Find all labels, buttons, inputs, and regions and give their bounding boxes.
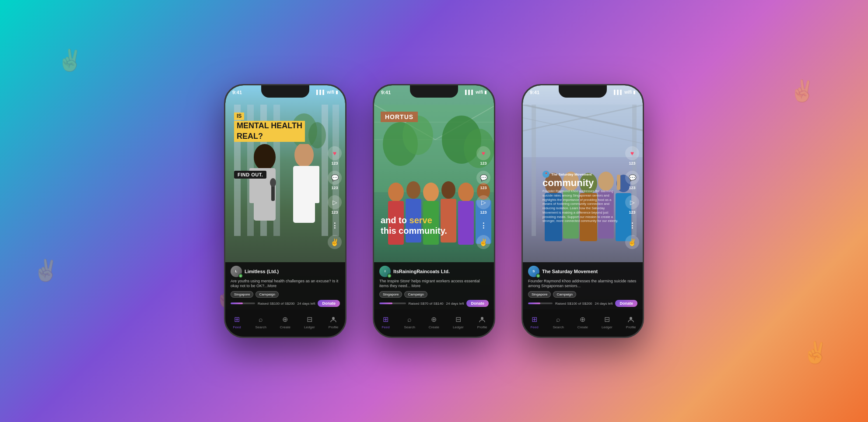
phone3-nav-create[interactable]: ⊕ Create xyxy=(578,315,588,329)
svg-point-58 xyxy=(630,317,632,320)
phone3-nav-feed-label: Feed xyxy=(530,325,538,329)
phone3-time: 9:41 xyxy=(530,90,539,95)
comment-icon: 💬 xyxy=(328,171,342,185)
phone2-org-name[interactable]: ItsRainingRaincoats Ltd. xyxy=(393,269,489,274)
phone2-share-item[interactable]: ▷ 123 xyxy=(476,195,490,215)
phone1-nav-ledger[interactable]: ⊟ Ledger xyxy=(304,315,315,329)
phone2-share-count: 123 xyxy=(480,210,486,215)
phone2-tag-1[interactable]: Singapore xyxy=(379,291,402,298)
overlay-title-line2: MENTAL HEALTH xyxy=(234,121,305,131)
phone2-nav-create-label: Create xyxy=(429,325,439,329)
phone2-donate-button[interactable]: Donate xyxy=(466,300,489,307)
phone1-org-name[interactable]: Limitless (Ltd.) xyxy=(245,269,340,274)
svg-point-8 xyxy=(254,144,276,170)
phone3-nav-feed[interactable]: ⊞ Feed xyxy=(530,315,539,329)
phone1-nav-feed[interactable]: ⊞ Feed xyxy=(232,315,242,329)
phone1-nav-search[interactable]: ⌕ Search xyxy=(256,315,266,329)
phone3-heart-count: 123 xyxy=(629,161,635,165)
phone2-progress-text: Raised S$70 of S$140 xyxy=(409,302,444,306)
phone3-comment-item[interactable]: 💬 123 xyxy=(625,171,639,190)
phone3-interaction-icons: ♥ 123 💬 123 ▷ 123 ⋮ ✌ xyxy=(625,146,639,249)
phone3-nav-ledger[interactable]: ⊟ Ledger xyxy=(602,315,612,329)
phone1-nav-profile[interactable]: Profile xyxy=(329,315,339,329)
phone2-nav-profile-label: Profile xyxy=(477,325,487,329)
phone3-create-icon: ⊕ xyxy=(578,315,588,324)
phone3-nav-search[interactable]: ⌕ Search xyxy=(553,315,564,329)
phone3-donate-button[interactable]: Donate xyxy=(615,300,637,307)
phone1-org-desc: Are youths using mental health challenge… xyxy=(231,279,340,289)
phone1-heart-item[interactable]: ♥ 123 xyxy=(328,146,342,165)
phone2-bottom-card: I + ItsRainingRaincoats Ltd. The Inspire… xyxy=(374,262,494,309)
phone2-tag-2[interactable]: Campaign xyxy=(404,291,427,298)
phone3-progress-bar xyxy=(528,302,553,304)
overlay-title-line1: IS xyxy=(234,113,244,120)
phone1-tag-1[interactable]: Singapore xyxy=(231,291,253,298)
phone3-org-avatar: S + xyxy=(528,266,539,277)
phone2-comment-count: 123 xyxy=(480,186,486,190)
phone3-status-icons: ▌▌▌ wifi ▮ xyxy=(614,90,636,95)
phone3-notch xyxy=(559,85,607,98)
profile-icon xyxy=(329,315,338,324)
phone1-overlay-title: IS MENTAL HEALTH REAL? xyxy=(234,112,305,142)
wifi-icon: wifi xyxy=(327,90,334,95)
phone2-org-row: I + ItsRainingRaincoats Ltd. xyxy=(379,266,489,277)
wifi-icon-2: wifi xyxy=(476,90,483,95)
phone1-days-left: 24 days left xyxy=(298,302,315,306)
phone2-nav-ledger[interactable]: ⊟ Ledger xyxy=(453,315,464,329)
phone-2: 9:41 ▌▌▌ wifi ▮ HORTUS and to serve this… xyxy=(373,84,495,338)
phone3-share-item[interactable]: ▷ 123 xyxy=(625,195,639,215)
phone3-bottom-nav: ⊞ Feed ⌕ Search ⊕ Create ⊟ Ledger xyxy=(523,309,643,337)
phone2-more-icon[interactable]: ⋮ xyxy=(480,222,487,230)
phone2-share-icon: ▷ xyxy=(476,195,490,209)
phone1-donate-button[interactable]: Donate xyxy=(318,300,340,307)
phone2-org-avatar: I + xyxy=(379,266,391,277)
phone2-nav-create[interactable]: ⊕ Create xyxy=(429,315,439,329)
phone-3: 9:41 ▌▌▌ wifi ▮ 📍 The Saturday Movement … xyxy=(522,84,644,338)
peace-sign-top-left: ✌ xyxy=(57,48,83,73)
phone1-more-icon[interactable]: ⋮ xyxy=(331,222,338,230)
phone3-org-name[interactable]: The Saturday Movement xyxy=(542,269,637,274)
phone3-share-count: 123 xyxy=(629,210,635,215)
phone3-peace-item: ✌ xyxy=(625,235,639,249)
phone1-bottom-nav: ⊞ Feed ⌕ Search ⊕ Create ⊟ Ledger xyxy=(225,309,345,337)
phone3-nav-profile[interactable]: Profile xyxy=(626,315,636,329)
phone1-bottom-card: L + Limitless (Ltd.) Are youths using me… xyxy=(225,262,345,309)
phone3-peace-icon: ✌ xyxy=(625,235,639,249)
phone1-nav-create[interactable]: ⊕ Create xyxy=(280,315,290,329)
phone3-ledger-icon: ⊟ xyxy=(602,315,612,324)
phone2-search-icon: ⌕ xyxy=(405,315,414,324)
peace-sign-bottom-right: ✌ xyxy=(802,341,829,365)
phone2-nav-ledger-label: Ledger xyxy=(453,325,464,329)
phone1-tag-2[interactable]: Campaign xyxy=(256,291,278,298)
svg-rect-45 xyxy=(532,105,536,236)
svg-point-30 xyxy=(458,183,474,202)
phone1-status-icons: ▌▌▌ wifi ▮ xyxy=(316,90,338,95)
phone2-heart-item[interactable]: ♥ 123 xyxy=(476,146,490,165)
phone2-interaction-icons: ♥ 123 💬 123 ▷ 123 ⋮ ✌ xyxy=(476,146,490,249)
phone3-nav-create-label: Create xyxy=(578,325,588,329)
phone2-nav-profile[interactable]: Profile xyxy=(477,315,487,329)
phone2-heart-count: 123 xyxy=(480,161,486,165)
phone1-comment-item[interactable]: 💬 123 xyxy=(328,171,342,190)
phone3-more-icon[interactable]: ⋮ xyxy=(629,222,636,230)
phone2-tags: Singapore Campaign xyxy=(379,291,489,298)
phone3-heart-icon: ♥ xyxy=(625,146,639,160)
phone2-nav-search[interactable]: ⌕ Search xyxy=(404,315,415,329)
phone1-interaction-icons: ♥ 123 💬 123 ▷ 123 ⋮ ✌ xyxy=(328,146,342,249)
peace-sign-mid-left: ✌ xyxy=(33,258,59,283)
phone1-progress-fill xyxy=(231,302,243,304)
phone3-org-initial: S xyxy=(532,269,535,273)
phone3-heart-item[interactable]: ♥ 123 xyxy=(625,146,639,165)
phone3-tag-2[interactable]: Campaign xyxy=(553,291,576,298)
phone2-comment-item[interactable]: 💬 123 xyxy=(476,171,490,190)
phone2-days-left: 24 days left xyxy=(446,302,464,306)
svg-rect-13 xyxy=(313,166,319,203)
phone1-share-item[interactable]: ▷ 123 xyxy=(328,195,342,215)
phone3-nav-profile-label: Profile xyxy=(626,325,636,329)
phone2-nav-feed[interactable]: ⊞ Feed xyxy=(381,315,391,329)
phone3-tag-1[interactable]: Singapore xyxy=(528,291,551,298)
phone3-org-icon: 📍 xyxy=(542,171,550,178)
phone3-days-left: 24 days left xyxy=(595,302,613,306)
phone2-profile-icon xyxy=(477,315,487,324)
phone1-heart-count: 123 xyxy=(331,161,338,165)
